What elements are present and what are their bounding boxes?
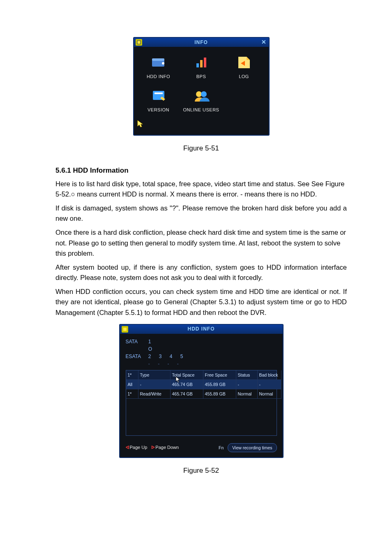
menu-label: HDD INFO [147, 73, 170, 80]
cell: - [138, 380, 171, 389]
esata-indices: 2 3 4 5 [148, 354, 187, 359]
cell: 455.89 GB [203, 389, 236, 399]
cell: Normal [258, 389, 281, 399]
menu-label: BPS [196, 73, 206, 80]
svg-point-10 [201, 91, 207, 97]
svg-rect-8 [154, 92, 163, 94]
th-index: 1* [126, 370, 138, 380]
version-icon [150, 88, 168, 104]
figure-caption: Figure 5-52 [183, 465, 219, 476]
sata-indices: 1 [148, 339, 155, 345]
menu-bps[interactable]: BPS [180, 53, 223, 86]
menu-hdd-info[interactable]: HDD INFO [137, 53, 180, 86]
cell: All [126, 380, 138, 389]
paragraph: If disk is damaged, system shows as "?".… [55, 203, 347, 224]
cell: Read/Write [138, 389, 171, 399]
prev-icon: ᐊ [126, 445, 129, 450]
window-title: HDD INFO [128, 325, 274, 333]
menu-label: LOG [239, 73, 249, 80]
bottom-bar: ᐊPage Up ᐅPage Down Fn View recording ti… [120, 439, 283, 457]
cell: 1* [126, 389, 138, 399]
menu-empty [223, 86, 265, 119]
svg-point-3 [162, 62, 164, 65]
sata-status-row: O [126, 345, 277, 353]
th-bad: Bad block [258, 370, 281, 380]
cell: - [236, 380, 258, 389]
esata-row: ESATA 2 3 4 5 [126, 353, 277, 360]
titlebar: HDD INFO [120, 325, 283, 334]
page-down-button[interactable]: ᐅPage Down [151, 444, 179, 451]
sata-status: O [148, 346, 152, 352]
section-heading: 5.6.1 HDD Information [55, 165, 347, 176]
figure-caption: Figure 5-51 [183, 143, 219, 154]
cell: Normal [236, 389, 258, 399]
hdd-info-window: HDD INFO SATA 1 O ESATA 2 3 4 5 [119, 324, 284, 458]
th-free: Free Space [203, 370, 236, 380]
hdd-icon [150, 54, 168, 71]
users-icon [192, 88, 210, 104]
menu-label: ONLINE USERS [183, 106, 219, 113]
sata-label: SATA [126, 338, 147, 345]
view-recording-times-button[interactable]: View recording times [228, 443, 277, 452]
fn-label: Fn [219, 444, 224, 451]
cell: - [258, 380, 281, 389]
cell: 455.89 GB [203, 380, 236, 389]
next-icon: ᐅ [151, 445, 154, 450]
svg-rect-5 [200, 60, 203, 67]
app-icon [122, 326, 128, 333]
svg-rect-6 [204, 58, 206, 67]
paragraph: When HDD confliction occurs, you can che… [55, 287, 347, 318]
paragraph: After system booted up, if there is any … [55, 262, 347, 283]
menu-version[interactable]: VERSION [137, 86, 180, 119]
menu-log[interactable]: LOG [223, 53, 265, 86]
svg-rect-0 [137, 41, 141, 44]
close-icon[interactable]: ✕ [261, 39, 267, 46]
cursor-indicator [134, 120, 269, 135]
info-window: INFO ✕ HDD INFO BPS [133, 37, 270, 136]
menu-label: VERSION [148, 106, 169, 113]
bps-icon [192, 54, 210, 71]
th-status: Status [236, 370, 258, 380]
app-icon [136, 39, 142, 46]
paragraph: Here is to list hard disk type, total sp… [55, 179, 347, 200]
th-type: Type [138, 370, 171, 380]
menu-online-users[interactable]: ONLINE USERS [180, 86, 223, 119]
esata-status-row: - - - - [126, 360, 277, 368]
log-icon [235, 54, 253, 71]
svg-rect-11 [123, 328, 127, 331]
sata-row: SATA 1 [126, 338, 277, 345]
svg-rect-2 [152, 58, 164, 61]
cursor-icon [175, 376, 180, 383]
close-icon[interactable] [274, 326, 281, 333]
page-up-button[interactable]: ᐊPage Up [126, 444, 148, 451]
cell: 465.74 GB [171, 389, 203, 399]
esata-status: - - - - [148, 361, 182, 367]
titlebar: INFO ✕ [134, 38, 269, 47]
window-title: INFO [142, 39, 261, 46]
paragraph: Once there is a hard disk confliction, p… [55, 227, 347, 259]
table-row[interactable]: 1* Read/Write 465.74 GB 455.89 GB Normal… [126, 389, 277, 399]
svg-rect-4 [196, 63, 199, 67]
esata-label: ESATA [126, 353, 147, 360]
table-row[interactable]: All - 465.74 GB 455.89 GB - - [126, 380, 277, 389]
table-header: 1* Type Total Space Free Space Status Ba… [126, 370, 277, 380]
svg-point-9 [196, 91, 202, 97]
hdd-table: 1* Type Total Space Free Space Status Ba… [126, 370, 277, 436]
